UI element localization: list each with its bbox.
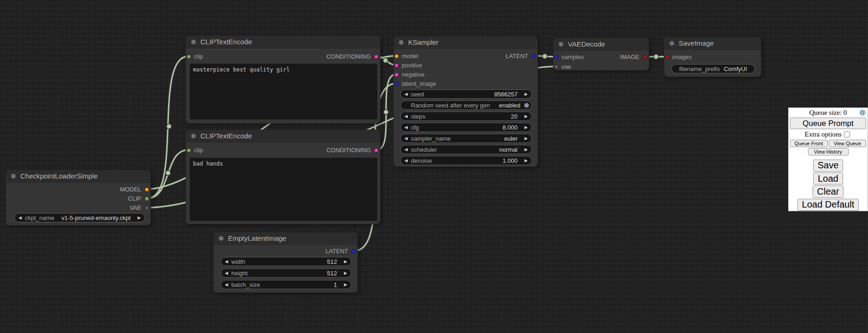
decrement-arrow-icon[interactable]: ◀ xyxy=(225,258,228,266)
queue-prompt-button[interactable]: Queue Prompt xyxy=(790,118,866,129)
save-button[interactable]: Save xyxy=(813,160,844,172)
height-widget[interactable]: ◀ height 512 ▶ xyxy=(221,268,351,278)
decrement-arrow-icon[interactable]: ◀ xyxy=(404,113,408,120)
scheduler-widget[interactable]: ◀ scheduler normal ▶ xyxy=(400,145,532,154)
output-slot-vae-icon[interactable] xyxy=(145,206,149,210)
output-slot-model-icon[interactable] xyxy=(145,187,149,192)
input-slot-samples-icon[interactable] xyxy=(554,55,559,59)
node-vae-decode[interactable]: VAEDecode samples vae IMAGE xyxy=(553,38,649,71)
denoise-widget[interactable]: ◀ denoise 1.000 ▶ xyxy=(400,156,532,165)
widget-value: v1-5-pruned-emaonly.ckpt xyxy=(61,214,131,222)
decrement-arrow-icon[interactable]: ◀ xyxy=(18,214,22,222)
output-slot-conditioning-icon[interactable] xyxy=(374,54,379,59)
increment-arrow-icon[interactable]: ▶ xyxy=(524,157,528,165)
node-ksampler[interactable]: KSampler model positive negative latent_… xyxy=(393,36,538,167)
input-slot-vae-icon[interactable] xyxy=(554,65,559,69)
ckpt-name-widget[interactable]: ◀ ckpt_name v1-5-pruned-emaonly.ckpt ▶ xyxy=(14,213,145,222)
node-checkpoint-loader[interactable]: CheckpointLoaderSimple MODEL CLIP VAE ◀ … xyxy=(6,170,151,226)
widget-value: enabled xyxy=(499,101,520,109)
collapse-dot-icon[interactable] xyxy=(559,42,563,47)
node-title-bar[interactable]: KSampler xyxy=(394,36,537,49)
clear-button[interactable]: Clear xyxy=(813,185,844,197)
cfg-widget[interactable]: ◀ cfg 8.000 ▶ xyxy=(400,123,532,132)
seed-widget[interactable]: ◀ seed 8566257 ▶ xyxy=(400,89,532,99)
increment-arrow-icon[interactable]: ▶ xyxy=(524,135,528,143)
view-history-button[interactable]: View History xyxy=(808,148,849,155)
output-slot-latent-icon[interactable] xyxy=(351,249,356,254)
filename-prefix-widget[interactable]: filename_prefix ComfyUI xyxy=(671,64,755,73)
decrement-arrow-icon[interactable]: ◀ xyxy=(404,135,408,143)
node-save-image[interactable]: SaveImage images filename_prefix ComfyUI xyxy=(664,37,761,77)
widget-label: steps xyxy=(411,113,425,120)
increment-arrow-icon[interactable]: ▶ xyxy=(344,258,347,266)
output-slot-clip-icon[interactable] xyxy=(145,196,149,201)
increment-arrow-icon[interactable]: ▶ xyxy=(524,90,528,98)
node-graph-canvas[interactable]: CheckpointLoaderSimple MODEL CLIP VAE ◀ … xyxy=(0,0,868,333)
node-title-bar[interactable]: CLIPTextEncode xyxy=(186,130,380,143)
load-button[interactable]: Load xyxy=(813,172,843,184)
output-label-conditioning: CONDITIONING xyxy=(326,53,371,60)
node-title-bar[interactable]: CheckpointLoaderSimple xyxy=(6,170,151,183)
input-label-clip: clip xyxy=(194,53,203,60)
node-title-bar[interactable]: VAEDecode xyxy=(554,38,649,51)
collapse-dot-icon[interactable] xyxy=(191,40,196,44)
load-default-button[interactable]: Load Default xyxy=(797,199,859,211)
collapse-dot-icon[interactable] xyxy=(399,40,404,45)
node-title-bar[interactable]: CLIPTextEncode xyxy=(186,36,380,48)
widget-value: 1.000 xyxy=(502,157,518,165)
increment-arrow-icon[interactable]: ▶ xyxy=(524,124,528,131)
width-widget[interactable]: ◀ width 512 ▶ xyxy=(221,257,351,266)
toggle-enabled-icon[interactable] xyxy=(524,103,529,108)
output-label-image: IMAGE xyxy=(620,54,639,61)
increment-arrow-icon[interactable]: ▶ xyxy=(524,113,528,120)
increment-arrow-icon[interactable]: ▶ xyxy=(524,146,528,154)
node-empty-latent-image[interactable]: EmptyLatentImage LATENT ◀ width 512 ▶ ◀ … xyxy=(213,232,358,293)
batch-size-widget[interactable]: ◀ batch_size 1 ▶ xyxy=(221,280,351,289)
queue-front-button[interactable]: Queue Front xyxy=(790,140,828,147)
collapse-dot-icon[interactable] xyxy=(669,41,674,46)
output-label-latent: LATENT xyxy=(506,53,528,60)
sampler-name-widget[interactable]: ◀ sampler_name euler ▶ xyxy=(400,134,532,143)
input-slot-latent-image-icon[interactable] xyxy=(394,82,399,86)
collapse-dot-icon[interactable] xyxy=(191,134,196,138)
collapse-dot-icon[interactable] xyxy=(11,174,16,178)
node-clip-text-encode-negative[interactable]: CLIPTextEncode clip CONDITIONING bad han… xyxy=(186,130,380,224)
decrement-arrow-icon[interactable]: ◀ xyxy=(404,124,408,131)
output-slot-conditioning-icon[interactable] xyxy=(374,148,379,153)
input-slot-positive-icon[interactable] xyxy=(394,63,399,68)
node-title-bar[interactable]: SaveImage xyxy=(664,37,761,50)
input-slot-images-icon[interactable] xyxy=(665,55,669,59)
node-title: EmptyLatentImage xyxy=(228,234,286,242)
decrement-arrow-icon[interactable]: ◀ xyxy=(404,157,408,165)
decrement-arrow-icon[interactable]: ◀ xyxy=(225,281,228,289)
extra-options-checkbox[interactable] xyxy=(844,131,850,137)
node-title: CLIPTextEncode xyxy=(200,132,252,140)
decrement-arrow-icon[interactable]: ◀ xyxy=(404,146,408,154)
input-slot-clip-icon[interactable] xyxy=(187,148,191,153)
input-slot-negative-icon[interactable] xyxy=(394,72,399,77)
output-slot-latent-icon[interactable] xyxy=(531,54,536,59)
queue-menu-panel: Queue size: 0 Queue Prompt Extra options… xyxy=(788,107,868,211)
increment-arrow-icon[interactable]: ▶ xyxy=(344,281,347,289)
increment-arrow-icon[interactable]: ▶ xyxy=(138,214,141,222)
increment-arrow-icon[interactable]: ▶ xyxy=(344,269,347,277)
input-slot-clip-icon[interactable] xyxy=(187,54,191,59)
steps-widget[interactable]: ◀ steps 20 ▶ xyxy=(400,112,532,121)
input-slot-model-icon[interactable] xyxy=(394,54,399,59)
collapse-dot-icon[interactable] xyxy=(219,236,223,241)
output-slot-image-icon[interactable] xyxy=(643,55,647,59)
output-label-model: MODEL xyxy=(120,186,141,193)
prompt-text-input[interactable]: bad hands xyxy=(190,158,377,221)
node-clip-text-encode-positive[interactable]: CLIPTextEncode clip CONDITIONING masterp… xyxy=(186,36,380,124)
node-title-bar[interactable]: EmptyLatentImage xyxy=(214,232,357,245)
output-label-conditioning: CONDITIONING xyxy=(326,147,371,154)
decrement-arrow-icon[interactable]: ◀ xyxy=(225,269,228,277)
view-queue-button[interactable]: View Queue xyxy=(829,140,867,147)
random-seed-toggle-widget[interactable]: Random seed after every gen enabled xyxy=(400,101,532,110)
prompt-text-input[interactable]: masterpiece best quality girl xyxy=(190,64,377,119)
input-label-positive: positive xyxy=(402,62,422,69)
decrement-arrow-icon[interactable]: ◀ xyxy=(404,90,408,98)
node-title: VAEDecode xyxy=(568,40,605,48)
settings-gear-icon[interactable] xyxy=(859,109,866,116)
widget-value: 20 xyxy=(511,113,518,120)
